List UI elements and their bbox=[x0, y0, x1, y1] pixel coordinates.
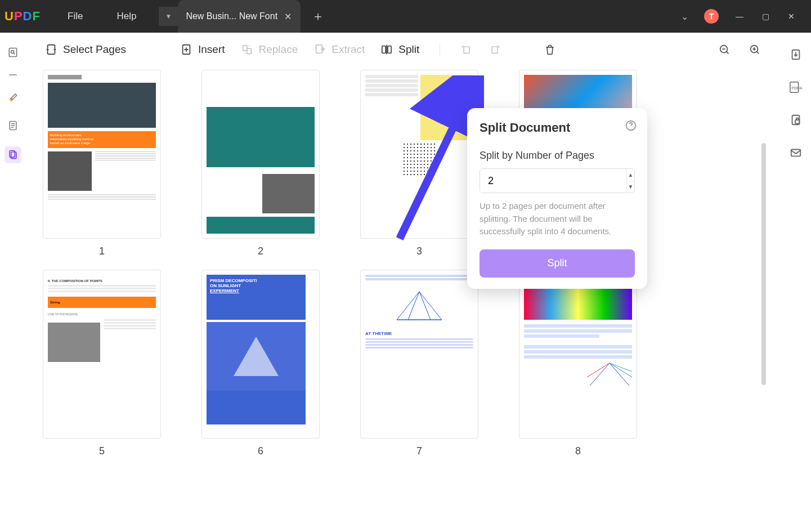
replace-label: Replace bbox=[259, 43, 298, 56]
replace-tool[interactable]: Replace bbox=[241, 43, 298, 56]
window-close-icon[interactable]: ✕ bbox=[786, 12, 796, 21]
spinner-up-icon[interactable]: ▲ bbox=[627, 169, 634, 181]
svg-rect-8 bbox=[247, 48, 251, 53]
main-menu: File Help bbox=[68, 11, 136, 22]
app-logo: UPDF bbox=[0, 9, 45, 24]
thumbnail-label: 7 bbox=[416, 445, 422, 457]
svg-rect-12 bbox=[464, 47, 469, 53]
menu-help[interactable]: Help bbox=[117, 11, 136, 22]
tab-close-icon[interactable]: ✕ bbox=[284, 11, 292, 22]
insert-tool[interactable]: Insert bbox=[180, 43, 225, 56]
split-hint: Up to 2 pages per document after splitti… bbox=[480, 200, 635, 238]
convert-icon[interactable] bbox=[787, 46, 804, 63]
titlebar: UPDF File Help ▼ New Busin... New Font ✕… bbox=[0, 0, 811, 33]
title-right: ⌄ T — ▢ ✕ bbox=[681, 9, 811, 24]
mail-icon[interactable] bbox=[787, 144, 804, 161]
tab-title: New Busin... New Font bbox=[186, 11, 277, 21]
thumbnail-label: 6 bbox=[258, 445, 263, 457]
split-label: Split bbox=[398, 43, 419, 56]
svg-text:PDF/A: PDF/A bbox=[792, 86, 803, 90]
center-pane: Select Pages Insert Replace Extract Spli… bbox=[26, 33, 781, 532]
split-popover: Split Document Split by Number of Pages … bbox=[467, 108, 647, 289]
thumbnail-label: 5 bbox=[99, 445, 105, 457]
pages-input[interactable] bbox=[480, 169, 626, 193]
svg-rect-5 bbox=[48, 45, 55, 55]
separator bbox=[9, 74, 17, 75]
thumbnail-area: Building environment information modelin… bbox=[39, 64, 767, 515]
organize-pages-icon[interactable] bbox=[5, 146, 21, 163]
spinner-down-icon[interactable]: ▼ bbox=[627, 181, 634, 193]
left-rail bbox=[0, 33, 26, 532]
pdf-a-icon[interactable]: PDF/A bbox=[787, 79, 804, 96]
thumbnail-label: 2 bbox=[258, 245, 263, 257]
tab-add-icon[interactable]: ＋ bbox=[312, 8, 324, 25]
thumbnail-page-1[interactable]: Building environment information modelin… bbox=[43, 70, 161, 257]
toolbar-separator bbox=[440, 43, 440, 56]
protect-icon[interactable] bbox=[787, 111, 804, 128]
svg-rect-0 bbox=[9, 48, 16, 57]
rotate-left-tool[interactable] bbox=[460, 43, 473, 56]
thumbnail-page-7[interactable]: AT THETIME 7 bbox=[360, 270, 478, 457]
split-confirm-button[interactable]: Split bbox=[480, 249, 635, 278]
form-icon[interactable] bbox=[5, 117, 21, 134]
dropdown-icon[interactable]: ⌄ bbox=[681, 11, 688, 22]
extract-label: Extract bbox=[331, 43, 365, 56]
split-tool[interactable]: Split bbox=[380, 43, 419, 56]
help-icon[interactable] bbox=[625, 119, 637, 134]
thumbnail-label: 1 bbox=[99, 245, 105, 257]
organize-toolbar: Select Pages Insert Replace Extract Spli… bbox=[39, 43, 767, 64]
zoom-group bbox=[718, 43, 761, 56]
svg-rect-22 bbox=[795, 120, 799, 123]
svg-rect-7 bbox=[243, 46, 247, 51]
thumbnail-page-5[interactable]: II. THE COMPOSITION OF POINTS String LIN… bbox=[43, 270, 161, 457]
extract-tool[interactable]: Extract bbox=[313, 43, 365, 56]
search-icon[interactable] bbox=[5, 44, 21, 61]
right-rail: PDF/A bbox=[781, 33, 811, 532]
user-avatar[interactable]: T bbox=[704, 9, 719, 24]
thumbnail-page-2[interactable]: 2 bbox=[201, 70, 320, 257]
svg-rect-10 bbox=[382, 46, 386, 53]
window-minimize-icon[interactable]: — bbox=[734, 12, 745, 21]
select-pages-label: Select Pages bbox=[63, 43, 126, 56]
thumbnail-page-8[interactable]: 8 bbox=[519, 270, 637, 457]
scrollbar[interactable] bbox=[761, 143, 766, 385]
thumbnail-label: 8 bbox=[575, 445, 581, 457]
thumbnail-label: 3 bbox=[416, 245, 422, 257]
zoom-out-icon[interactable] bbox=[718, 43, 731, 56]
delete-tool[interactable] bbox=[544, 43, 556, 56]
select-pages-tool[interactable]: Select Pages bbox=[45, 43, 126, 56]
zoom-in-icon[interactable] bbox=[748, 43, 761, 56]
thumbnail-grid: Building environment information modelin… bbox=[43, 70, 767, 457]
highlighter-icon[interactable] bbox=[5, 88, 21, 105]
tab-list-button[interactable]: ▼ bbox=[159, 7, 178, 26]
popover-title: Split Document bbox=[480, 120, 635, 135]
split-mode-label: Split by Number of Pages bbox=[480, 150, 635, 162]
thumbnail-page-6[interactable]: PRISM DECOMPOSITI ON SUNLIGHT EXPERIMENT… bbox=[201, 270, 320, 457]
tab-region: ▼ New Busin... New Font ✕ ＋ bbox=[159, 0, 324, 33]
svg-rect-13 bbox=[492, 47, 498, 53]
rotate-right-tool[interactable] bbox=[489, 43, 501, 56]
menu-file[interactable]: File bbox=[68, 11, 83, 22]
svg-rect-11 bbox=[388, 46, 391, 53]
svg-rect-23 bbox=[791, 150, 801, 157]
insert-label: Insert bbox=[198, 43, 225, 56]
pages-spinner: ▲ ▼ bbox=[480, 168, 635, 193]
window-maximize-icon[interactable]: ▢ bbox=[760, 12, 770, 21]
document-tab[interactable]: New Busin... New Font ✕ bbox=[178, 0, 301, 33]
svg-point-1 bbox=[11, 51, 14, 53]
thumbnail-page-3[interactable]: 3 bbox=[360, 70, 478, 257]
